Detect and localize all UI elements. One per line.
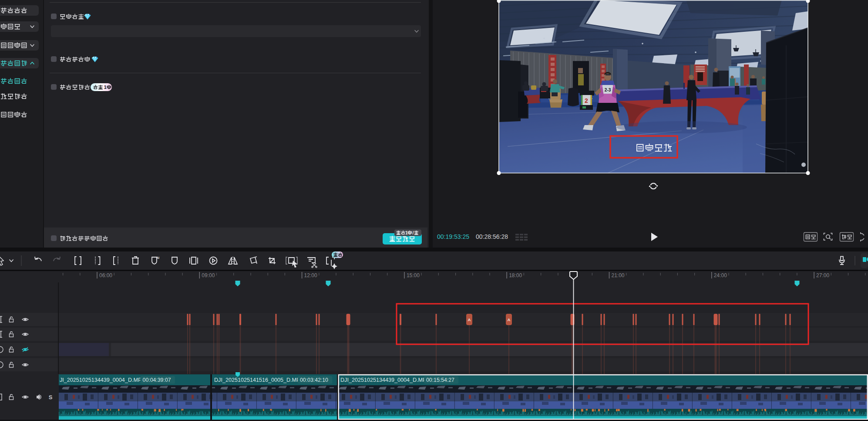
svg-text:18:00: 18:00 [509, 272, 522, 278]
svg-text:09:00: 09:00 [202, 272, 215, 278]
svg-text:JI_20251025134439_0004_D.MP4: JI_20251025134439_0004_D.MP4 [60, 377, 145, 383]
svg-text:21:00: 21:00 [612, 272, 625, 278]
svg-text:15:00: 15:00 [407, 272, 420, 278]
svg-text:DJI_20251025134439_0004_D.MP4: DJI_20251025134439_0004_D.MP4 [340, 377, 429, 383]
svg-text:S: S [49, 394, 53, 401]
svg-text:00:03:42:10: 00:03:42:10 [300, 377, 328, 383]
svg-text:06:00: 06:00 [99, 272, 112, 278]
svg-text:00:15:54:27: 00:15:54:27 [426, 377, 454, 383]
svg-text:1: 1 [405, 231, 408, 235]
svg-text:24:00: 24:00 [714, 272, 727, 278]
svg-text:A: A [508, 317, 511, 322]
svg-text:AI: AI [156, 256, 159, 259]
svg-text:1: 1 [104, 85, 107, 90]
svg-text:00:04:39:07: 00:04:39:07 [143, 377, 171, 383]
svg-text:00:19:53:25: 00:19:53:25 [437, 233, 469, 240]
svg-text:A: A [468, 317, 471, 322]
svg-text:/: / [413, 231, 414, 235]
svg-text:27:00: 27:00 [816, 272, 829, 278]
svg-text:DJI_20251025141516_0005_D.MP4: DJI_20251025141516_0005_D.MP4 [214, 377, 303, 383]
svg-text:12:00: 12:00 [304, 272, 317, 278]
svg-text:00:28:56:28: 00:28:56:28 [476, 233, 508, 240]
